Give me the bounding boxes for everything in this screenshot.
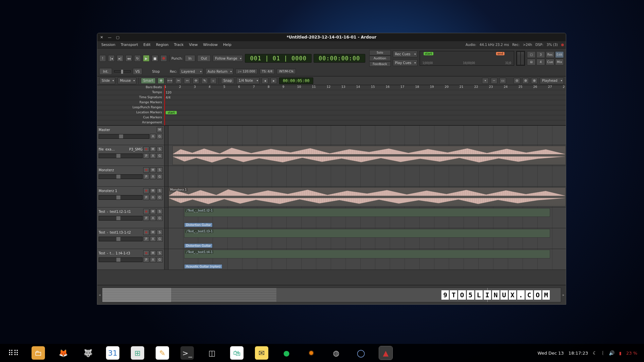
track-m-button[interactable]: M (157, 127, 163, 132)
track-m-button[interactable]: M (150, 167, 156, 173)
track-lane[interactable]: ♪Test_-_test1.t4-1Acoustic Guitar (nylon… (168, 249, 566, 269)
cue-markers-ruler[interactable] (164, 115, 566, 120)
track-fader[interactable] (99, 216, 143, 221)
track-height-button[interactable]: ⊗ (531, 78, 538, 84)
track-m-button[interactable]: M (150, 209, 156, 214)
menu-edit[interactable]: Edit (142, 42, 153, 48)
track-fader[interactable] (99, 134, 149, 139)
midi-region[interactable]: ♪Test_-_test1.t3-1 (184, 229, 550, 238)
monitor-button[interactable]: ⊟ (527, 59, 536, 65)
stretch-tool[interactable]: ⇿ (184, 78, 191, 84)
grab-tool[interactable]: ✥ (158, 78, 164, 84)
track-p-button[interactable]: P (143, 153, 149, 159)
track-header[interactable]: file_exa…P3_SMGMSPAG (97, 145, 164, 166)
menu-window[interactable]: Window (201, 42, 220, 48)
track-lane[interactable]: Monsterz.1 (168, 187, 566, 207)
track-a-button[interactable]: A (150, 236, 156, 242)
midi-panic-button[interactable]: ! (99, 55, 106, 62)
maximize-icon[interactable]: ▢ (116, 36, 119, 39)
track-rec-button[interactable] (143, 167, 149, 173)
punch-in-button[interactable]: In (185, 55, 195, 62)
arrangement-ruler[interactable] (164, 120, 566, 125)
timesig-ruler[interactable]: 4/4 (164, 95, 566, 100)
edit-mode-select[interactable]: Slide (99, 77, 115, 84)
track-p-button[interactable]: P (143, 216, 149, 221)
tempo-ruler[interactable]: 120 (164, 90, 566, 95)
track-rec-button[interactable] (143, 188, 149, 193)
track-a-button[interactable]: A (150, 174, 156, 179)
app-notes-icon[interactable]: ✎ (156, 346, 169, 360)
app-calendar-icon[interactable]: 31 (106, 346, 119, 360)
track-expand-button[interactable]: ⊕ (522, 78, 529, 84)
grid-tool[interactable]: ✢ (193, 78, 199, 84)
night-icon[interactable]: ☾ (593, 350, 597, 356)
track-p-button[interactable]: P (143, 236, 149, 242)
menu-track[interactable]: Track (172, 42, 186, 48)
record-button[interactable] (160, 55, 167, 62)
app-spotify-icon[interactable]: ● (280, 346, 293, 360)
track-p-button[interactable]: P (143, 195, 149, 200)
track-fader[interactable] (99, 154, 143, 158)
goto-start-button[interactable]: |◂ (108, 55, 115, 62)
app-files-icon[interactable]: 🗀 (32, 346, 45, 360)
track-rec-button[interactable] (143, 146, 149, 152)
track-rec-button[interactable] (143, 250, 149, 256)
snap-button[interactable]: Snap (221, 78, 234, 84)
instrument-label[interactable]: Distortion Guitar (184, 243, 213, 248)
edit-page-button[interactable]: Edit (555, 51, 564, 58)
loop-punch-ruler[interactable] (164, 105, 566, 110)
track-g-button[interactable]: G (157, 134, 163, 139)
track-g-button[interactable]: G (157, 236, 163, 242)
track-header[interactable]: Monsterz 1MSPAG (97, 187, 164, 207)
range-markers-ruler[interactable] (164, 100, 566, 105)
track-rec-button[interactable] (143, 209, 149, 214)
volume-icon[interactable]: 🔊 (609, 350, 614, 356)
cut-tool[interactable]: ✂ (175, 78, 182, 84)
track-m-button[interactable]: M (150, 230, 156, 235)
app-terminal-icon[interactable]: >_ (180, 346, 194, 360)
rewind-button[interactable]: ◂◂ (125, 55, 132, 62)
int-sync-button[interactable]: Int. (99, 68, 112, 75)
track-s-button[interactable]: S (157, 146, 163, 152)
app-software-icon[interactable]: 🛍 (230, 346, 244, 360)
autoreturn-select[interactable]: Auto Return (205, 68, 233, 75)
bbt-clock[interactable]: 001 | 01 | 0000 (245, 54, 312, 63)
wifi-icon[interactable]: ⧙ (602, 350, 604, 356)
scroll-right-button[interactable]: ▸ (561, 293, 566, 297)
track-fader[interactable] (99, 195, 143, 200)
mouse-mode-select[interactable]: Mouse (117, 77, 136, 84)
track-m-button[interactable]: M (150, 146, 156, 152)
battery-icon[interactable]: ▮ (619, 351, 622, 356)
app-blender-icon[interactable]: ✹ (305, 346, 318, 360)
range-tool[interactable]: ⟷ (166, 78, 173, 84)
track-lane[interactable] (168, 145, 566, 166)
nudge-fwd-button[interactable]: ▸ (270, 78, 277, 84)
track-g-button[interactable]: G (157, 216, 163, 221)
mini-timeline[interactable]: start end 1|00|00 16|00|00 31|0 (420, 51, 514, 66)
midi-region[interactable]: ♪Test_-_test1.t4-1 (184, 250, 550, 258)
app-firefox-icon[interactable]: 🦊 (56, 346, 70, 360)
scroll-left-button[interactable]: ◂ (97, 293, 102, 297)
content-tool[interactable]: ⟐ (210, 78, 217, 84)
app-gimp-icon[interactable]: 🐺 (81, 346, 95, 360)
menu-region[interactable]: Region (154, 42, 171, 48)
tempo-display[interactable]: ♩= 120.000 (235, 69, 258, 74)
track-s-button[interactable]: S (157, 250, 163, 256)
track-g-button[interactable]: G (157, 195, 163, 200)
playhead-line[interactable] (164, 85, 165, 125)
track-a-button[interactable]: A (150, 257, 156, 262)
instrument-label[interactable]: Acoustic Guitar (nylon) (184, 264, 222, 269)
vs-button[interactable]: VS (133, 68, 142, 75)
track-s-button[interactable]: S (157, 167, 163, 173)
rec-cues-button[interactable]: Rec Cues (393, 51, 418, 57)
track-lane[interactable]: ♪Test_-_test1.t2-1Distortion Guitar (168, 207, 566, 228)
app-steam-icon[interactable]: ◍ (329, 346, 343, 360)
app-chrome-icon[interactable]: ◯ (354, 346, 368, 360)
play-button[interactable]: ▶ (143, 55, 150, 62)
play-cues-button[interactable]: Play Cues (393, 59, 418, 66)
automation-strip[interactable] (164, 207, 168, 228)
automation-strip[interactable] (164, 249, 168, 269)
punch-out-button[interactable]: Out (197, 55, 211, 62)
track-p-button[interactable]: P (143, 174, 149, 179)
cue-page-button[interactable]: Cue (546, 59, 554, 65)
